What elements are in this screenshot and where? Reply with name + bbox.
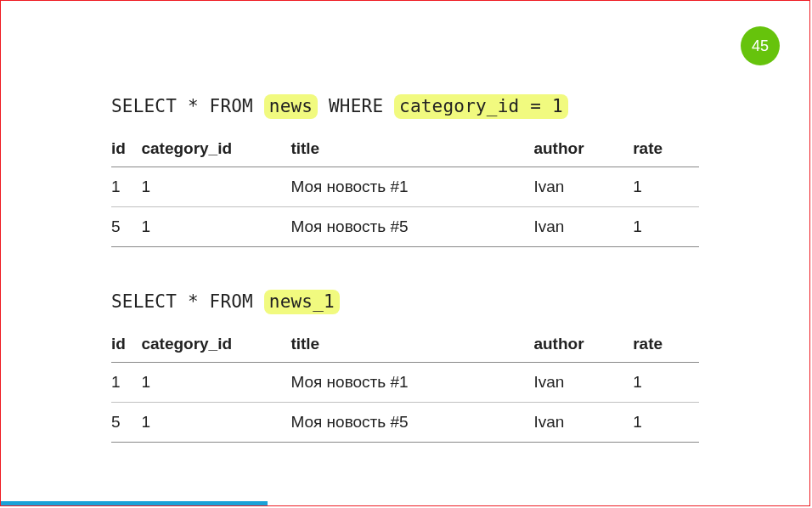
sql-query-1: SELECT * FROM news WHERE category_id = 1 xyxy=(111,94,699,119)
sql-highlight-condition: category_id = 1 xyxy=(394,94,568,119)
sql-text: SELECT * FROM xyxy=(111,96,264,116)
col-header-author: author xyxy=(533,330,633,363)
cell-rate: 1 xyxy=(633,403,699,443)
page-number: 45 xyxy=(752,37,769,55)
cell-title: Моя новость #1 xyxy=(290,167,533,207)
col-header-title: title xyxy=(290,134,533,167)
table-header-row: id category_id title author rate xyxy=(111,134,699,167)
col-header-title: title xyxy=(290,330,533,363)
sql-highlight-table: news_1 xyxy=(264,290,340,314)
col-header-author: author xyxy=(533,134,633,167)
cell-title: Моя новость #5 xyxy=(290,207,533,247)
cell-category-id: 1 xyxy=(141,167,290,207)
sql-highlight-table: news xyxy=(264,94,318,119)
col-header-id: id xyxy=(111,134,141,167)
page-number-badge: 45 xyxy=(741,26,780,65)
table-row: 1 1 Моя новость #1 Ivan 1 xyxy=(111,167,699,207)
content-area: SELECT * FROM news WHERE category_id = 1… xyxy=(1,1,809,443)
cell-title: Моя новость #5 xyxy=(290,403,533,443)
table-row: 1 1 Моя новость #1 Ivan 1 xyxy=(111,363,699,403)
cell-id: 1 xyxy=(111,363,141,403)
cell-id: 5 xyxy=(111,403,141,443)
sql-query-2: SELECT * FROM news_1 xyxy=(111,290,699,314)
col-header-category-id: category_id xyxy=(141,330,290,363)
cell-id: 5 xyxy=(111,207,141,247)
sql-text: SELECT * FROM xyxy=(111,291,264,312)
sql-text: WHERE xyxy=(329,96,394,116)
cell-rate: 1 xyxy=(633,363,699,403)
col-header-category-id: category_id xyxy=(141,134,290,167)
cell-category-id: 1 xyxy=(141,403,290,443)
progress-bar xyxy=(1,501,268,505)
table-header-row: id category_id title author rate xyxy=(111,330,699,363)
cell-title: Моя новость #1 xyxy=(290,363,533,403)
cell-category-id: 1 xyxy=(141,207,290,247)
cell-rate: 1 xyxy=(633,207,699,247)
result-table-1: id category_id title author rate 1 1 Моя… xyxy=(111,134,699,247)
col-header-rate: rate xyxy=(633,330,699,363)
table-row: 5 1 Моя новость #5 Ivan 1 xyxy=(111,403,699,443)
cell-author: Ivan xyxy=(533,403,633,443)
cell-id: 1 xyxy=(111,167,141,207)
cell-category-id: 1 xyxy=(141,363,290,403)
cell-rate: 1 xyxy=(633,167,699,207)
table-row: 5 1 Моя новость #5 Ivan 1 xyxy=(111,207,699,247)
col-header-id: id xyxy=(111,330,141,363)
result-table-2: id category_id title author rate 1 1 Моя… xyxy=(111,330,699,443)
cell-author: Ivan xyxy=(533,207,633,247)
slide: 45 SELECT * FROM news WHERE category_id … xyxy=(0,0,810,506)
cell-author: Ivan xyxy=(533,167,633,207)
cell-author: Ivan xyxy=(533,363,633,403)
col-header-rate: rate xyxy=(633,134,699,167)
